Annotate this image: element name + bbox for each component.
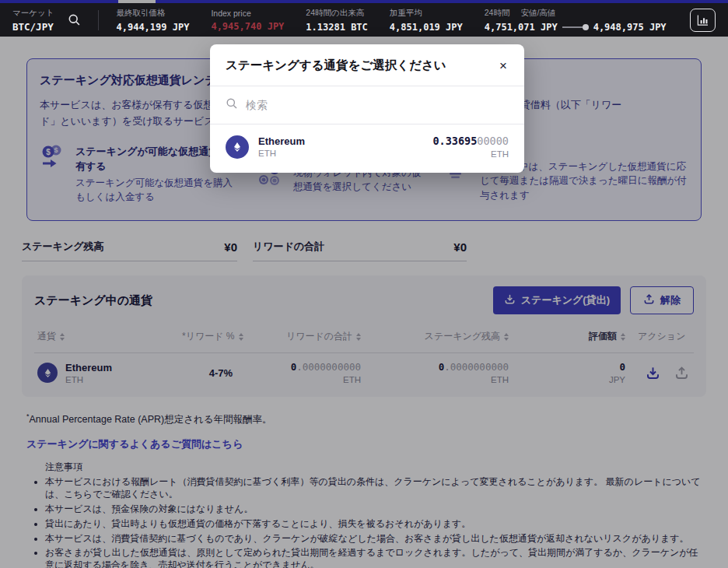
stat-label: 加重平均 <box>390 8 463 19</box>
market-header: マーケット BTC/JPY 最終取引価格 4,944,199 JPY Index… <box>0 3 728 37</box>
stat-label: 24時間の出来高 <box>306 8 367 19</box>
search-input[interactable] <box>246 99 509 111</box>
search-icon[interactable] <box>68 13 81 26</box>
eth-icon <box>226 135 249 159</box>
asset-amount-unit: ETH <box>432 149 509 159</box>
modal-search-row <box>210 86 524 124</box>
range-label-lowhigh: 安値/高値 <box>520 8 555 19</box>
asset-name: Ethereum <box>258 135 305 147</box>
asset-amount: 0.3369500000 <box>432 135 509 147</box>
market-label: マーケット <box>12 8 54 19</box>
stat-value: 4,851,019 JPY <box>390 22 463 33</box>
modal-header: ステーキングする通貨をご選択ください × <box>210 44 524 86</box>
market-selector[interactable]: マーケット BTC/JPY <box>12 8 54 33</box>
stat-label: Index price <box>211 9 284 18</box>
currency-option-ethereum[interactable]: Ethereum ETH 0.3369500000 ETH <box>210 124 524 173</box>
modal-title: ステーキングする通貨をご選択ください <box>226 58 446 74</box>
stat-label: 24時間 安値/高値 <box>485 8 667 19</box>
range-label-24h: 24時間 <box>485 8 510 19</box>
currency-select-modal: ステーキングする通貨をご選択ください × Ethereum ETH 0.3369… <box>210 44 524 173</box>
top-scrollbar-thumb[interactable] <box>118 0 156 3</box>
header-divider <box>98 10 99 30</box>
chart-icon[interactable] <box>690 9 716 32</box>
stat-value: 4,945,740 JPY <box>211 21 284 32</box>
top-scrollbar-track <box>0 0 728 3</box>
stat-label: 最終取引価格 <box>116 8 189 19</box>
market-pair: BTC/JPY <box>12 21 54 33</box>
stat-value: 1.13281 BTC <box>306 22 367 33</box>
asset-code: ETH <box>258 149 305 158</box>
range-slider-icon <box>562 26 583 28</box>
header-stats: 最終取引価格 4,944,199 JPY Index price 4,945,7… <box>116 8 666 33</box>
stat-low-high: 24時間 安値/高値 4,751,071 JPY 4,948,975 JPY <box>485 8 667 33</box>
search-icon <box>226 97 238 113</box>
stat-value: 4,751,071 JPY 4,948,975 JPY <box>485 22 667 33</box>
stat-index-price: Index price 4,945,740 JPY <box>211 9 284 32</box>
stat-weighted-average: 加重平均 4,851,019 JPY <box>390 8 463 33</box>
stat-value: 4,944,199 JPY <box>116 22 189 33</box>
range-low-value: 4,751,071 JPY <box>485 22 558 33</box>
stat-last-price: 最終取引価格 4,944,199 JPY <box>116 8 189 33</box>
close-icon[interactable]: × <box>493 56 513 75</box>
range-high-value: 4,948,975 JPY <box>593 22 667 33</box>
stat-volume: 24時間の出来高 1.13281 BTC <box>306 8 367 33</box>
